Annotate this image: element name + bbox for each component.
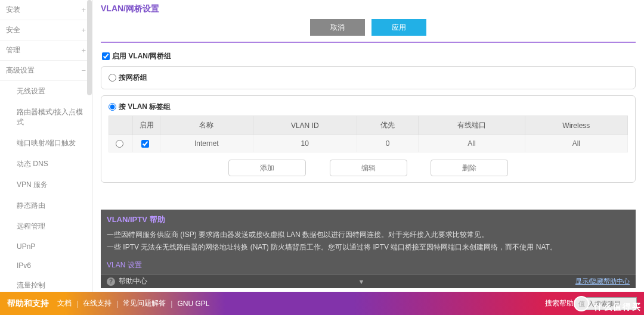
sidebar-item-admin[interactable]: 管理+ [0, 40, 92, 61]
sidebar-link-ddns[interactable]: 动态 DNS [12, 154, 92, 174]
delete-button[interactable]: 删除 [431, 160, 508, 176]
footer-title: 帮助和支持 [7, 298, 49, 309]
sidebar-item-install[interactable]: 安装+ [0, 0, 92, 20]
sidebar-link-router-mode[interactable]: 路由器模式/接入点模式 [12, 102, 92, 133]
sidebar-item-security[interactable]: 安全+ [0, 20, 92, 40]
help-title: VLAN/IPTV 帮助 [101, 210, 636, 229]
col-name: 名称 [160, 116, 253, 135]
toggle-help-link[interactable]: 显示/隐藏帮助中心 [575, 277, 630, 286]
footer-link-docs[interactable]: 文档 [55, 298, 74, 308]
help-text-2: 一些 IPTV 无法在无线路由器的网络地址转换 (NAT) 防火墙背后工作。您可… [107, 241, 630, 254]
radio-by-vlan-tag[interactable] [109, 103, 116, 111]
sidebar-link-upnp[interactable]: UPnP [12, 237, 92, 256]
row-enable-checkbox[interactable] [141, 140, 149, 148]
help-center-label[interactable]: 帮助中心 [119, 276, 147, 286]
footer-link-faq[interactable]: 常见问题解答 [120, 298, 168, 308]
collapse-icon: − [81, 66, 86, 75]
sidebar-item-advanced[interactable]: 高级设置− [0, 61, 92, 81]
watermark-slogan: 什么值得买 [594, 302, 642, 313]
col-enable: 启用 [133, 116, 160, 135]
sidebar-link-wireless[interactable]: 无线设置 [12, 81, 92, 102]
cell-name: Internet [160, 135, 253, 152]
col-wireless: Wireless [525, 116, 627, 135]
scrollbar[interactable] [87, 0, 92, 95]
help-panel: VLAN/IPTV 帮助 一些因特网服务供应商 (ISP) 要求路由器发送或接收… [101, 210, 636, 288]
footer-link-support[interactable]: 在线支持 [80, 298, 114, 308]
option-vlan-tag-group[interactable]: 按 VLAN 标签组 启用 名称 VLAN ID 优先 有线端口 Wireles… [101, 95, 636, 183]
sidebar-link-remote-mgmt[interactable]: 远程管理 [12, 216, 92, 237]
expand-icon: + [81, 5, 86, 14]
help-text-1: 一些因特网服务供应商 (ISP) 要求路由器发送或接收虚拟 LAN 数据包以进行… [107, 229, 630, 242]
vlan-table: 启用 名称 VLAN ID 优先 有线端口 Wireless Internet … [109, 116, 628, 152]
footer-bar: 帮助和支持 文档| 在线支持| 常见问题解答| GNU GPL 搜索帮助 [0, 292, 644, 315]
expand-icon: + [81, 46, 86, 55]
add-button[interactable]: 添加 [228, 160, 306, 176]
chevron-down-icon[interactable]: ▼ [358, 278, 365, 285]
col-wired: 有线端口 [419, 116, 525, 135]
help-link-vlan-settings[interactable]: VLAN 设置 [101, 258, 148, 274]
sidebar-link-ipv6[interactable]: IPv6 [12, 256, 92, 275]
page-title: VLAN/网桥设置 [101, 4, 636, 14]
row-select-radio[interactable] [116, 140, 123, 148]
apply-button[interactable]: 应用 [371, 19, 426, 36]
col-select [109, 116, 133, 135]
cancel-button[interactable]: 取消 [310, 19, 365, 36]
cell-priority: 0 [357, 135, 418, 152]
enable-vlan-bridge-label[interactable]: 启用 VLAN/网桥组 [102, 52, 171, 60]
option-bridge-group[interactable]: 按网桥组 [101, 66, 636, 89]
cell-wireless: All [525, 135, 627, 152]
main-content: VLAN/网桥设置 取消 应用 启用 VLAN/网桥组 按网桥组 按 VLAN … [92, 0, 644, 292]
sidebar-link-vpn[interactable]: VPN 服务 [12, 174, 92, 195]
radio-by-bridge[interactable] [109, 74, 116, 82]
question-icon: ? [107, 277, 115, 286]
divider [101, 42, 636, 43]
col-priority: 优先 [357, 116, 418, 135]
expand-icon: + [81, 26, 86, 35]
cell-wired: All [419, 135, 525, 152]
enable-vlan-bridge-checkbox[interactable] [102, 52, 110, 60]
watermark-avatar: 值 [574, 296, 589, 311]
sidebar-link-static-route[interactable]: 静态路由 [12, 195, 92, 216]
sidebar-link-port-forward[interactable]: 端口映射/端口触发 [12, 133, 92, 154]
edit-button[interactable]: 编辑 [330, 160, 407, 176]
footer-link-gpl[interactable]: GNU GPL [175, 300, 212, 308]
cell-vlan-id: 10 [253, 135, 357, 152]
table-row[interactable]: Internet 10 0 All All [109, 135, 628, 152]
search-help-label: 搜索帮助 [545, 298, 574, 308]
sidebar: 安装+ 安全+ 管理+ 高级设置− 无线设置 路由器模式/接入点模式 端口映射/… [0, 0, 92, 292]
col-vlan-id: VLAN ID [253, 116, 357, 135]
